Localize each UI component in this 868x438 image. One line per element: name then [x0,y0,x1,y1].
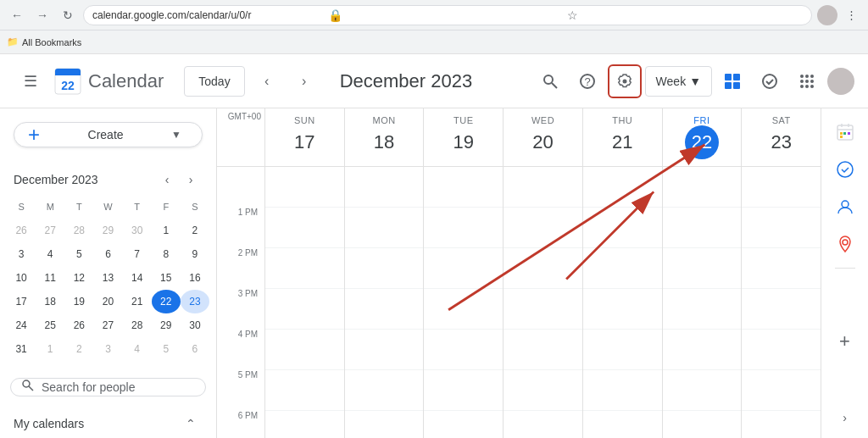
cal-scroll[interactable]: 1 PM2 PM3 PM4 PM5 PM6 PM7 PM8 PM9 PM10 P… [217,167,821,438]
mini-cal-day[interactable]: 15 [152,266,181,290]
search-people[interactable]: Search for people [10,378,206,396]
cal-cell[interactable] [504,167,582,208]
cal-cell[interactable] [265,370,344,411]
create-button[interactable]: + Create ▼ [14,122,203,147]
cal-cell[interactable] [583,248,662,289]
right-calendar-icon-btn[interactable] [828,115,862,149]
mini-cal-day[interactable]: 30 [123,219,152,242]
cal-cell[interactable] [742,289,821,330]
mini-cal-day[interactable]: 1 [152,219,181,242]
cal-cell[interactable] [742,208,821,248]
mini-cal-day[interactable]: 5 [64,242,93,266]
cal-cell[interactable] [424,248,503,289]
cal-cell[interactable] [663,370,742,411]
forward-button[interactable]: → [32,5,53,25]
mini-cal-day[interactable]: 30 [181,313,209,337]
mini-cal-day[interactable]: 20 [93,290,122,313]
cal-cell[interactable] [663,208,742,248]
cal-cell[interactable] [424,330,503,370]
mini-cal-day[interactable]: 14 [123,266,152,290]
cal-day-num[interactable]: 21 [605,125,639,159]
cal-cell[interactable] [583,411,662,438]
mini-cal-day[interactable]: 7 [123,242,152,266]
prev-period-button[interactable]: ‹ [252,66,282,97]
cal-cell[interactable] [504,370,582,411]
cal-cell[interactable] [265,411,344,438]
right-tasks-icon-btn[interactable] [828,152,862,186]
cal-cell[interactable] [345,208,424,248]
mini-cal-day[interactable]: 16 [181,266,209,290]
tasks-button[interactable] [753,64,787,98]
mini-cal-day[interactable]: 29 [152,313,181,337]
cal-cell[interactable] [345,330,424,370]
mini-cal-day[interactable]: 24 [7,313,36,337]
mini-cal-day[interactable]: 26 [7,219,36,242]
mini-cal-day[interactable]: 11 [36,266,64,290]
mini-cal-day[interactable]: 4 [123,337,152,361]
hamburger-menu-button[interactable]: ☰ [14,64,47,98]
cal-cell[interactable] [345,289,424,330]
cal-day-num[interactable]: 22 [685,125,719,159]
mini-cal-day[interactable]: 19 [64,290,93,313]
mini-cal-day[interactable]: 21 [123,290,152,313]
mini-cal-day[interactable]: 31 [7,337,36,361]
cal-cell[interactable] [742,330,821,370]
mini-cal-day[interactable]: 6 [93,242,122,266]
cal-cell[interactable] [742,167,821,208]
refresh-button[interactable]: ↻ [58,5,78,25]
cal-cell[interactable] [265,330,344,370]
cal-cell[interactable] [504,289,582,330]
today-button[interactable]: Today [184,66,244,97]
mini-cal-day[interactable]: 10 [7,266,36,290]
mini-cal-day[interactable]: 25 [36,313,64,337]
mini-cal-day[interactable]: 12 [64,266,93,290]
mini-cal-day[interactable]: 26 [64,313,93,337]
cal-cell[interactable] [663,167,742,208]
back-button[interactable]: ← [7,5,27,25]
cal-cell[interactable] [663,330,742,370]
mini-cal-day[interactable]: 13 [93,266,122,290]
cal-cell[interactable] [663,248,742,289]
cal-day-num[interactable]: 17 [287,125,321,159]
next-period-button[interactable]: › [289,66,320,97]
mini-cal-day[interactable]: 17 [7,290,36,313]
cal-cell[interactable] [583,370,662,411]
mini-cal-next[interactable]: › [179,168,203,191]
cal-cell[interactable] [663,411,742,438]
mini-cal-prev[interactable]: ‹ [155,168,179,191]
right-contacts-icon-btn[interactable] [828,190,862,224]
cal-cell[interactable] [424,289,503,330]
calendar-grid-view-button[interactable] [715,64,749,98]
mini-cal-day[interactable]: 3 [7,242,36,266]
cal-day-num[interactable]: 18 [367,125,401,159]
help-button[interactable]: ? [570,64,604,98]
cal-day-num[interactable]: 20 [526,125,560,159]
cal-cell[interactable] [742,411,821,438]
cal-cell[interactable] [265,289,344,330]
right-add-button[interactable]: + [828,324,862,358]
cal-cell[interactable] [742,248,821,289]
mini-cal-day[interactable]: 27 [93,313,122,337]
cal-cell[interactable] [424,167,503,208]
cal-day-num[interactable]: 19 [447,125,481,159]
cal-cell[interactable] [583,167,662,208]
view-selector[interactable]: Week ▼ [645,66,712,97]
mini-cal-day[interactable]: 2 [64,337,93,361]
cal-cell[interactable] [504,411,582,438]
cal-cell[interactable] [504,248,582,289]
search-button[interactable] [533,64,567,98]
mini-cal-day[interactable]: 2 [181,219,209,242]
mini-cal-day[interactable]: 6 [181,337,209,361]
apps-button[interactable] [790,64,824,98]
mini-cal-day[interactable]: 27 [36,219,64,242]
cal-cell[interactable] [345,411,424,438]
mini-cal-day[interactable]: 29 [93,219,122,242]
profile-avatar[interactable] [827,68,854,95]
cal-cell[interactable] [424,411,503,438]
app-logo[interactable]: 22 [54,68,81,95]
cal-cell[interactable] [583,208,662,248]
cal-cell[interactable] [583,330,662,370]
browser-menu[interactable]: ⋮ [841,5,861,25]
cal-cell[interactable] [265,167,344,208]
cal-day-num[interactable]: 23 [765,125,798,159]
